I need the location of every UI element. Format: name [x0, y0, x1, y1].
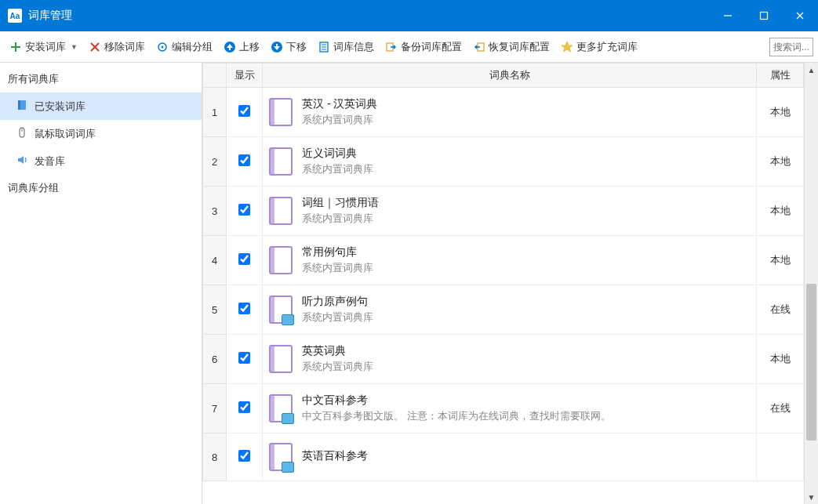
table-container: 显示 词典名称 属性 1英汉 - 汉英词典系统内置词典库本地2近义词词典系统内置…	[202, 63, 804, 504]
info-button[interactable]: 词库信息	[313, 37, 379, 57]
dict-subtitle: 中文百科参考图文版。 注意：本词库为在线词典，查找时需要联网。	[302, 409, 611, 423]
maximize-button[interactable]	[746, 0, 782, 31]
sidebar-item-0[interactable]: 已安装词库	[0, 92, 202, 120]
table-row[interactable]: 8英语百科参考	[203, 433, 804, 481]
row-name-cell: 常用例句库系统内置词典库	[263, 236, 757, 285]
chevron-down-icon: ▼	[71, 43, 78, 51]
dict-name: 常用例句库	[302, 245, 373, 259]
show-checkbox[interactable]	[238, 154, 250, 166]
scroll-thumb[interactable]	[806, 284, 816, 441]
move-up-label: 上移	[239, 40, 260, 54]
row-show-cell	[227, 433, 263, 481]
restore-button[interactable]: 恢复词库配置	[468, 37, 554, 57]
dict-subtitle: 系统内置词典库	[302, 113, 377, 127]
info-label: 词库信息	[333, 40, 374, 54]
table-row[interactable]: 7中文百科参考中文百科参考图文版。 注意：本词库为在线词典，查找时需要联网。在线	[203, 384, 804, 433]
close-button[interactable]	[782, 0, 818, 31]
search-input[interactable]	[769, 38, 813, 56]
row-name-cell: 近义词词典系统内置词典库	[263, 137, 757, 187]
table-row[interactable]: 2近义词词典系统内置词典库本地	[203, 137, 804, 187]
row-attr: 本地	[757, 236, 804, 285]
row-index: 1	[203, 88, 227, 137]
dictionary-online-icon	[269, 296, 293, 324]
row-index: 5	[203, 285, 227, 335]
dictionary-icon	[269, 147, 293, 176]
sidebar-groups-header: 词典库分组	[0, 175, 202, 201]
arrow-down-icon	[271, 41, 283, 53]
row-index: 7	[203, 384, 227, 433]
dictionary-icon	[269, 197, 293, 225]
edit-group-button[interactable]: 编辑分组	[151, 37, 217, 57]
row-show-cell	[227, 384, 263, 433]
backup-button[interactable]: 备份词库配置	[380, 37, 467, 57]
table-row[interactable]: 4常用例句库系统内置词典库本地	[203, 236, 804, 285]
row-attr: 在线	[757, 384, 804, 433]
show-checkbox[interactable]	[238, 352, 250, 364]
show-checkbox[interactable]	[238, 105, 250, 117]
col-index-header[interactable]	[203, 63, 227, 88]
row-show-cell	[227, 285, 263, 335]
table-row[interactable]: 5听力原声例句系统内置词典库在线	[203, 285, 804, 335]
show-checkbox[interactable]	[238, 204, 250, 216]
install-button[interactable]: 安装词库 ▼	[5, 37, 82, 57]
scroll-up-arrow[interactable]: ▲	[805, 63, 818, 77]
row-index: 6	[203, 335, 227, 384]
dict-name: 词组｜习惯用语	[302, 196, 379, 210]
col-show-header[interactable]: 显示	[227, 63, 263, 88]
move-down-button[interactable]: 下移	[266, 37, 311, 57]
dict-name: 听力原声例句	[302, 295, 373, 309]
show-checkbox[interactable]	[238, 450, 250, 462]
dict-subtitle: 系统内置词典库	[302, 261, 373, 275]
table-row[interactable]: 3词组｜习惯用语系统内置词典库本地	[203, 187, 804, 236]
show-checkbox[interactable]	[238, 303, 250, 314]
dict-name: 英语百科参考	[302, 449, 368, 463]
dictionary-online-icon	[269, 443, 293, 471]
row-show-cell	[227, 236, 263, 285]
more-button[interactable]: 更多扩充词库	[556, 37, 642, 57]
row-attr: 本地	[757, 335, 804, 384]
dict-name: 中文百科参考	[302, 393, 611, 408]
remove-label: 移除词库	[104, 40, 145, 54]
move-up-button[interactable]: 上移	[219, 37, 264, 57]
row-name-cell: 词组｜习惯用语系统内置词典库	[263, 187, 757, 236]
sidebar-item-1[interactable]: 鼠标取词词库	[0, 120, 202, 147]
row-show-cell	[227, 88, 263, 137]
move-down-label: 下移	[286, 40, 307, 54]
row-show-cell	[227, 137, 263, 187]
table-row[interactable]: 6英英词典系统内置词典库本地	[203, 335, 804, 384]
gear-icon	[156, 41, 169, 53]
plus-icon	[9, 41, 22, 53]
dictionary-icon	[269, 246, 293, 274]
sound-icon	[16, 154, 28, 169]
sidebar-item-label: 已安装词库	[35, 100, 85, 114]
star-icon	[561, 41, 573, 53]
restore-label: 恢复词库配置	[489, 40, 550, 54]
col-name-header[interactable]: 词典名称	[263, 63, 757, 88]
row-name-cell: 英汉 - 汉英词典系统内置词典库	[263, 88, 757, 137]
sidebar-item-label: 发音库	[35, 154, 65, 169]
table-row[interactable]: 1英汉 - 汉英词典系统内置词典库本地	[203, 88, 804, 137]
vertical-scrollbar[interactable]: ▲ ▼	[804, 63, 818, 504]
row-name-cell: 中文百科参考中文百科参考图文版。 注意：本词库为在线词典，查找时需要联网。	[263, 384, 757, 433]
scroll-down-arrow[interactable]: ▼	[805, 490, 818, 504]
row-attr: 本地	[757, 137, 804, 187]
row-attr	[757, 433, 804, 481]
app-icon: Aa	[8, 9, 22, 23]
minimize-button[interactable]	[710, 0, 746, 31]
sidebar-item-2[interactable]: 发音库	[0, 147, 202, 175]
toolbar: 安装词库 ▼ 移除词库 编辑分组 上移 下移 词库信息 备份词库配置 恢复词库配…	[0, 31, 818, 63]
show-checkbox[interactable]	[238, 401, 250, 413]
remove-button[interactable]: 移除词库	[84, 37, 150, 57]
col-attr-header[interactable]: 属性	[757, 63, 804, 88]
row-attr: 本地	[757, 187, 804, 236]
install-label: 安装词库	[25, 40, 66, 54]
row-attr: 在线	[757, 285, 804, 335]
dictionary-icon	[269, 98, 293, 126]
row-name-cell: 英英词典系统内置词典库	[263, 335, 757, 384]
import-icon	[473, 41, 485, 53]
svg-point-9	[161, 45, 163, 48]
dict-name: 近义词词典	[302, 147, 373, 161]
show-checkbox[interactable]	[238, 253, 250, 265]
row-show-cell	[227, 187, 263, 236]
window-title: 词库管理	[28, 9, 710, 23]
